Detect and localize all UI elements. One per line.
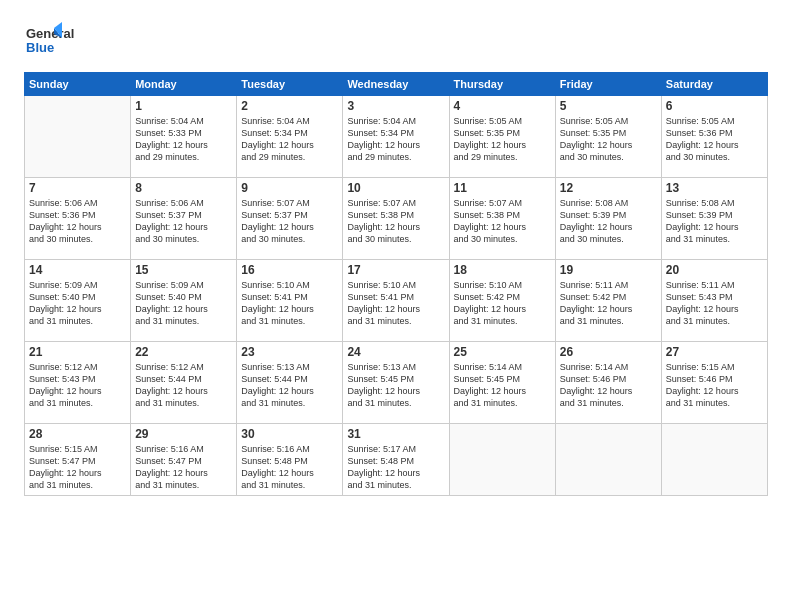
page: General Blue SundayMondayTuesdayWednesda… [0, 0, 792, 612]
calendar-cell: 6Sunrise: 5:05 AM Sunset: 5:36 PM Daylig… [661, 96, 767, 178]
day-info: Sunrise: 5:07 AM Sunset: 5:38 PM Dayligh… [347, 197, 444, 246]
col-header-friday: Friday [555, 73, 661, 96]
svg-text:Blue: Blue [26, 40, 54, 55]
week-row-5: 28Sunrise: 5:15 AM Sunset: 5:47 PM Dayli… [25, 424, 768, 496]
day-info: Sunrise: 5:07 AM Sunset: 5:38 PM Dayligh… [454, 197, 551, 246]
calendar-cell: 31Sunrise: 5:17 AM Sunset: 5:48 PM Dayli… [343, 424, 449, 496]
day-number: 22 [135, 345, 232, 359]
calendar-cell: 21Sunrise: 5:12 AM Sunset: 5:43 PM Dayli… [25, 342, 131, 424]
calendar-cell: 25Sunrise: 5:14 AM Sunset: 5:45 PM Dayli… [449, 342, 555, 424]
day-number: 3 [347, 99, 444, 113]
calendar-cell: 16Sunrise: 5:10 AM Sunset: 5:41 PM Dayli… [237, 260, 343, 342]
day-info: Sunrise: 5:10 AM Sunset: 5:42 PM Dayligh… [454, 279, 551, 328]
day-info: Sunrise: 5:04 AM Sunset: 5:34 PM Dayligh… [241, 115, 338, 164]
week-row-2: 7Sunrise: 5:06 AM Sunset: 5:36 PM Daylig… [25, 178, 768, 260]
day-number: 10 [347, 181, 444, 195]
calendar-cell: 20Sunrise: 5:11 AM Sunset: 5:43 PM Dayli… [661, 260, 767, 342]
calendar-cell [25, 96, 131, 178]
day-number: 16 [241, 263, 338, 277]
calendar-cell: 17Sunrise: 5:10 AM Sunset: 5:41 PM Dayli… [343, 260, 449, 342]
day-info: Sunrise: 5:04 AM Sunset: 5:33 PM Dayligh… [135, 115, 232, 164]
calendar-cell: 9Sunrise: 5:07 AM Sunset: 5:37 PM Daylig… [237, 178, 343, 260]
day-info: Sunrise: 5:13 AM Sunset: 5:45 PM Dayligh… [347, 361, 444, 410]
day-number: 19 [560, 263, 657, 277]
calendar-cell: 5Sunrise: 5:05 AM Sunset: 5:35 PM Daylig… [555, 96, 661, 178]
day-info: Sunrise: 5:15 AM Sunset: 5:46 PM Dayligh… [666, 361, 763, 410]
day-info: Sunrise: 5:08 AM Sunset: 5:39 PM Dayligh… [560, 197, 657, 246]
day-info: Sunrise: 5:14 AM Sunset: 5:45 PM Dayligh… [454, 361, 551, 410]
calendar-cell: 3Sunrise: 5:04 AM Sunset: 5:34 PM Daylig… [343, 96, 449, 178]
day-info: Sunrise: 5:05 AM Sunset: 5:35 PM Dayligh… [454, 115, 551, 164]
calendar-table: SundayMondayTuesdayWednesdayThursdayFrid… [24, 72, 768, 496]
calendar-cell [661, 424, 767, 496]
calendar-cell [449, 424, 555, 496]
calendar-cell: 23Sunrise: 5:13 AM Sunset: 5:44 PM Dayli… [237, 342, 343, 424]
day-info: Sunrise: 5:11 AM Sunset: 5:43 PM Dayligh… [666, 279, 763, 328]
day-number: 30 [241, 427, 338, 441]
day-number: 25 [454, 345, 551, 359]
header-row: SundayMondayTuesdayWednesdayThursdayFrid… [25, 73, 768, 96]
col-header-saturday: Saturday [661, 73, 767, 96]
day-info: Sunrise: 5:16 AM Sunset: 5:48 PM Dayligh… [241, 443, 338, 492]
logo: General Blue [24, 20, 104, 60]
day-info: Sunrise: 5:11 AM Sunset: 5:42 PM Dayligh… [560, 279, 657, 328]
calendar-cell: 1Sunrise: 5:04 AM Sunset: 5:33 PM Daylig… [131, 96, 237, 178]
week-row-3: 14Sunrise: 5:09 AM Sunset: 5:40 PM Dayli… [25, 260, 768, 342]
day-info: Sunrise: 5:10 AM Sunset: 5:41 PM Dayligh… [241, 279, 338, 328]
day-number: 24 [347, 345, 444, 359]
calendar-cell: 24Sunrise: 5:13 AM Sunset: 5:45 PM Dayli… [343, 342, 449, 424]
col-header-monday: Monday [131, 73, 237, 96]
day-number: 31 [347, 427, 444, 441]
calendar-cell: 12Sunrise: 5:08 AM Sunset: 5:39 PM Dayli… [555, 178, 661, 260]
day-number: 18 [454, 263, 551, 277]
day-number: 29 [135, 427, 232, 441]
day-number: 12 [560, 181, 657, 195]
header: General Blue [24, 20, 768, 60]
day-number: 13 [666, 181, 763, 195]
calendar-cell [555, 424, 661, 496]
day-number: 8 [135, 181, 232, 195]
calendar-cell: 13Sunrise: 5:08 AM Sunset: 5:39 PM Dayli… [661, 178, 767, 260]
svg-text:General: General [26, 26, 74, 41]
calendar-cell: 11Sunrise: 5:07 AM Sunset: 5:38 PM Dayli… [449, 178, 555, 260]
day-number: 2 [241, 99, 338, 113]
week-row-4: 21Sunrise: 5:12 AM Sunset: 5:43 PM Dayli… [25, 342, 768, 424]
day-info: Sunrise: 5:07 AM Sunset: 5:37 PM Dayligh… [241, 197, 338, 246]
day-number: 27 [666, 345, 763, 359]
day-info: Sunrise: 5:09 AM Sunset: 5:40 PM Dayligh… [29, 279, 126, 328]
day-number: 14 [29, 263, 126, 277]
day-info: Sunrise: 5:13 AM Sunset: 5:44 PM Dayligh… [241, 361, 338, 410]
day-info: Sunrise: 5:17 AM Sunset: 5:48 PM Dayligh… [347, 443, 444, 492]
calendar-cell: 10Sunrise: 5:07 AM Sunset: 5:38 PM Dayli… [343, 178, 449, 260]
calendar-cell: 22Sunrise: 5:12 AM Sunset: 5:44 PM Dayli… [131, 342, 237, 424]
day-info: Sunrise: 5:12 AM Sunset: 5:44 PM Dayligh… [135, 361, 232, 410]
day-number: 4 [454, 99, 551, 113]
day-info: Sunrise: 5:04 AM Sunset: 5:34 PM Dayligh… [347, 115, 444, 164]
week-row-1: 1Sunrise: 5:04 AM Sunset: 5:33 PM Daylig… [25, 96, 768, 178]
day-info: Sunrise: 5:08 AM Sunset: 5:39 PM Dayligh… [666, 197, 763, 246]
col-header-wednesday: Wednesday [343, 73, 449, 96]
day-number: 21 [29, 345, 126, 359]
col-header-thursday: Thursday [449, 73, 555, 96]
calendar-cell: 4Sunrise: 5:05 AM Sunset: 5:35 PM Daylig… [449, 96, 555, 178]
day-number: 26 [560, 345, 657, 359]
calendar-cell: 15Sunrise: 5:09 AM Sunset: 5:40 PM Dayli… [131, 260, 237, 342]
calendar-cell: 30Sunrise: 5:16 AM Sunset: 5:48 PM Dayli… [237, 424, 343, 496]
calendar-cell: 26Sunrise: 5:14 AM Sunset: 5:46 PM Dayli… [555, 342, 661, 424]
calendar-cell: 2Sunrise: 5:04 AM Sunset: 5:34 PM Daylig… [237, 96, 343, 178]
day-number: 11 [454, 181, 551, 195]
day-number: 23 [241, 345, 338, 359]
calendar-cell: 14Sunrise: 5:09 AM Sunset: 5:40 PM Dayli… [25, 260, 131, 342]
calendar-cell: 29Sunrise: 5:16 AM Sunset: 5:47 PM Dayli… [131, 424, 237, 496]
calendar-cell: 28Sunrise: 5:15 AM Sunset: 5:47 PM Dayli… [25, 424, 131, 496]
day-info: Sunrise: 5:10 AM Sunset: 5:41 PM Dayligh… [347, 279, 444, 328]
day-number: 28 [29, 427, 126, 441]
day-info: Sunrise: 5:05 AM Sunset: 5:35 PM Dayligh… [560, 115, 657, 164]
calendar-cell: 18Sunrise: 5:10 AM Sunset: 5:42 PM Dayli… [449, 260, 555, 342]
day-info: Sunrise: 5:06 AM Sunset: 5:37 PM Dayligh… [135, 197, 232, 246]
calendar-cell: 8Sunrise: 5:06 AM Sunset: 5:37 PM Daylig… [131, 178, 237, 260]
day-number: 17 [347, 263, 444, 277]
day-number: 6 [666, 99, 763, 113]
day-info: Sunrise: 5:16 AM Sunset: 5:47 PM Dayligh… [135, 443, 232, 492]
logo-icon: General Blue [24, 20, 104, 60]
